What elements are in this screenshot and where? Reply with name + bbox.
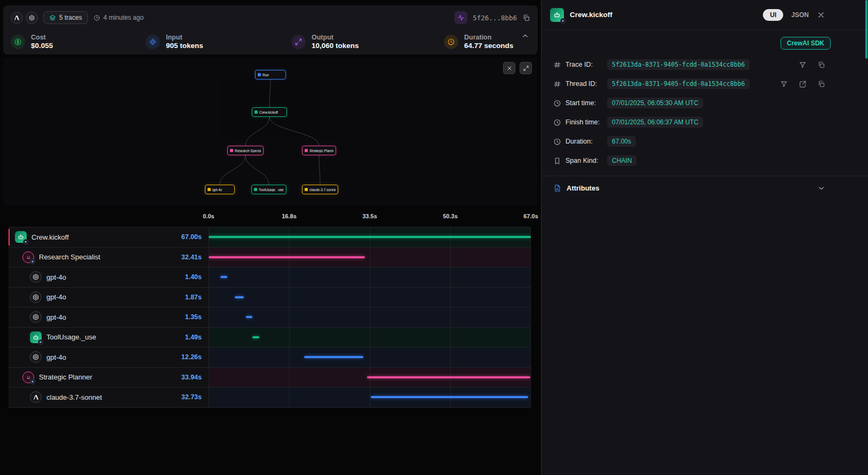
- collapse-metrics-button[interactable]: [521, 32, 529, 40]
- clock-icon: [93, 14, 100, 21]
- span-duration: 33.94s: [181, 374, 209, 381]
- clock-icon: [444, 35, 458, 49]
- field-finish-time: Finish time: 07/01/2025, 06:06:37 AM UTC: [553, 113, 825, 132]
- activity-icon: [457, 14, 465, 21]
- timeline-row-claude-3-7-sonnet[interactable]: claude-3.7-sonnet 32.73s: [9, 387, 531, 408]
- grid-line: [370, 347, 370, 367]
- close-graph-button[interactable]: [503, 62, 515, 74]
- timeline-row-crew-kickoff[interactable]: Crew.kickoff 67.00s: [9, 227, 531, 248]
- metric-value: 905 tokens: [166, 42, 203, 50]
- close-panel-button[interactable]: [817, 11, 825, 19]
- copy-trace-id-button[interactable]: [522, 14, 530, 22]
- hash-icon: [553, 80, 561, 88]
- field-value[interactable]: 07/01/2025, 06:05:30 AM UTC: [607, 98, 703, 108]
- timeline-track: [209, 387, 531, 407]
- span-label-cell[interactable]: gpt-4o 12.26s: [9, 347, 209, 367]
- attributes-section[interactable]: Attributes: [541, 176, 868, 200]
- graph-node-crew-kickoff[interactable]: Crew.kickoff: [252, 107, 287, 117]
- timeline-row-gpt-4o[interactable]: gpt-4o 1.40s: [9, 267, 531, 288]
- grid-line: [530, 267, 531, 287]
- span-label-cell[interactable]: gpt-4o 1.35s: [9, 307, 209, 327]
- span-label-cell[interactable]: claude-3.7-sonnet 32.73s: [9, 387, 209, 407]
- scrollbar-thumb[interactable]: [865, 0, 867, 59]
- node-label: gpt-4o: [212, 188, 222, 192]
- expand-graph-button[interactable]: [520, 62, 532, 74]
- trace-view: 5 traces 4 minutes ago 5f26...8bb6 Cost …: [3, 0, 538, 475]
- duration-bar[interactable]: [304, 356, 363, 358]
- filter-icon[interactable]: [799, 61, 807, 69]
- duration-bar[interactable]: [367, 376, 530, 378]
- graph-node-research-specialist[interactable]: Research Specialist: [227, 146, 264, 155]
- external-link-icon[interactable]: [799, 80, 807, 88]
- field-label: Span Kind:: [566, 157, 603, 164]
- activity-button[interactable]: [455, 11, 467, 24]
- duration-bar[interactable]: [246, 316, 252, 318]
- traces-count-badge[interactable]: 5 traces: [43, 11, 88, 24]
- tab-json[interactable]: JSON: [791, 11, 809, 19]
- axis-tick-label: 16.8s: [282, 213, 297, 219]
- field-value[interactable]: CHAIN: [607, 155, 636, 166]
- span-label-cell[interactable]: Crew.kickoff 67.00s: [9, 227, 209, 247]
- span-name: gpt-4o: [46, 293, 66, 301]
- grid-line: [530, 328, 531, 347]
- span-label-cell[interactable]: ToolUsage._use 1.49s: [9, 328, 209, 347]
- graph-node-run[interactable]: Run: [255, 70, 286, 80]
- grid-line: [450, 267, 451, 287]
- span-label-cell[interactable]: gpt-4o 1.40s: [9, 267, 209, 287]
- chevron-down-icon[interactable]: [817, 184, 825, 192]
- graph-node-strategic-planner[interactable]: Strategic Planner: [302, 146, 336, 155]
- span-label-cell[interactable]: gpt-4o 1.87s: [9, 288, 209, 307]
- span-label-cell[interactable]: Strategic Planner 33.94s: [9, 368, 209, 387]
- graph-node-toolusage-use[interactable]: ToolUsage._use: [251, 185, 286, 194]
- sdk-badge[interactable]: CrewAI SDK: [781, 37, 831, 50]
- grid-line: [209, 387, 209, 407]
- field-value[interactable]: 67.00s: [607, 136, 636, 147]
- tab-ui[interactable]: UI: [763, 9, 783, 21]
- timeline-row-strategic-planner[interactable]: Strategic Planner 33.94s: [9, 368, 531, 388]
- trace-graph: Run Crew.kickoff Research Specialist Str…: [3, 58, 538, 205]
- span-label-cell[interactable]: Research Specialist 32.41s: [9, 248, 209, 267]
- grid-line: [209, 328, 209, 347]
- grid-line: [289, 347, 290, 367]
- grid-line: [530, 387, 531, 407]
- copy-icon[interactable]: [817, 80, 825, 88]
- filter-icon[interactable]: [780, 80, 788, 88]
- copy-icon: [522, 14, 530, 22]
- timeline-row-gpt-4o[interactable]: gpt-4o 1.87s: [9, 288, 531, 308]
- duration-bar[interactable]: [235, 296, 244, 298]
- field-value[interactable]: 5f2613da-8371-9405-fcdd-0a1534cc8bb6: [607, 78, 750, 89]
- field-label: Trace ID:: [566, 61, 603, 68]
- hash-icon: [553, 61, 561, 69]
- timeline-row-research-specialist[interactable]: Research Specialist 32.41s: [9, 248, 531, 268]
- graph-node-claude-3-7-sonnet[interactable]: claude-3.7-sonnet: [302, 185, 338, 194]
- timeline-row-gpt-4o[interactable]: gpt-4o 12.26s: [9, 347, 531, 368]
- duration-bar[interactable]: [209, 236, 531, 238]
- duration-bar[interactable]: [371, 396, 528, 398]
- grid-line: [289, 307, 290, 327]
- duration-bar[interactable]: [252, 336, 259, 338]
- grid-line: [530, 248, 531, 267]
- grid-line: [289, 267, 290, 287]
- axis-tick-label: 0.0s: [203, 213, 214, 219]
- span-count-badge: [30, 259, 35, 264]
- duration-bar[interactable]: [220, 276, 227, 278]
- clock-icon: [553, 118, 561, 126]
- duration-bar[interactable]: [209, 256, 364, 258]
- timeline-track: [209, 307, 531, 327]
- graph-node-gpt-4o[interactable]: gpt-4o: [205, 185, 235, 194]
- field-actions: [799, 61, 825, 69]
- field-value[interactable]: 07/01/2025, 06:06:37 AM UTC: [607, 117, 703, 128]
- arrows-out-icon: [291, 35, 306, 49]
- timeline-row-gpt-4o[interactable]: gpt-4o 1.35s: [9, 307, 531, 328]
- field-value[interactable]: 5f2613da-8371-9405-fcdd-0a1534cc8bb6: [607, 59, 750, 70]
- timeline: 0.0s16.8s33.5s50.3s67.0s Crew.kickoff 67…: [3, 210, 538, 224]
- panel-header: Crew.kickoff UI JSON: [541, 0, 868, 30]
- copy-icon[interactable]: [817, 61, 825, 69]
- span-name: claude-3.7-sonnet: [46, 393, 102, 401]
- attributes-label: Attributes: [567, 184, 599, 192]
- grid-line: [450, 347, 451, 367]
- timeline-row-toolusage-use[interactable]: ToolUsage._use 1.49s: [9, 328, 531, 348]
- updated-ago-label: 4 minutes ago: [103, 14, 144, 21]
- crew-icon: [30, 331, 42, 343]
- node-label: Research Specialist: [235, 149, 261, 153]
